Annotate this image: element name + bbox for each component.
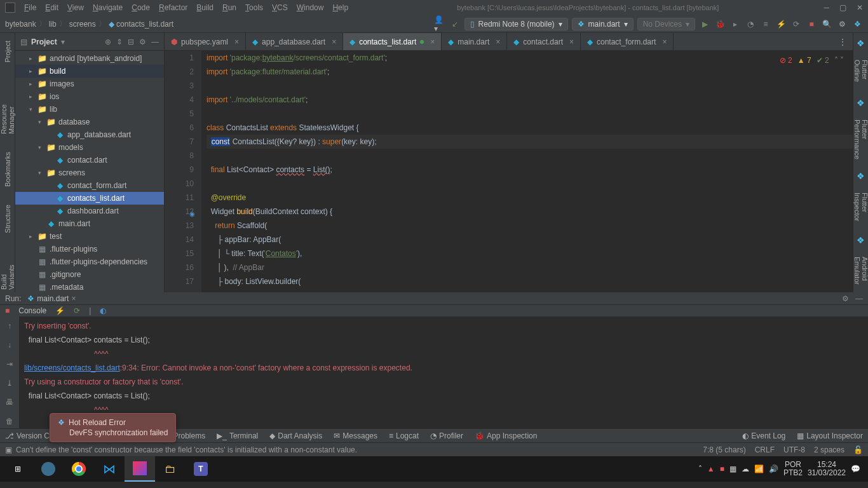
hot-reload-button[interactable]: ⚡ <box>775 18 787 30</box>
tree-item[interactable]: ▾📁database <box>15 116 164 128</box>
tray-icon[interactable]: ■ <box>720 464 724 473</box>
tree-item[interactable]: ▦.gitignore <box>15 268 164 281</box>
volume-icon[interactable]: 🔊 <box>769 464 778 473</box>
chrome-icon[interactable] <box>64 456 94 482</box>
left-tab-project[interactable]: Project <box>3 38 13 65</box>
select-opened-icon[interactable]: ⊕ <box>105 37 111 46</box>
right-tab-flutter-performance[interactable]: Flutter Performance <box>852 117 869 162</box>
hot-reload-button[interactable]: ⚡ <box>55 306 65 315</box>
tree-item[interactable]: ◆app_database.dart <box>15 128 164 141</box>
breadcrumb-item[interactable]: ◆ contacts_list.dart <box>109 20 173 29</box>
code-editor[interactable]: 123456789101112◉1314151617 import 'packa… <box>165 51 853 292</box>
gear-icon[interactable]: ⚙ <box>842 294 849 303</box>
flutter-icon[interactable]: ❖ <box>851 18 863 30</box>
project-tree[interactable]: ▸📁android [bytebank_android]▸📁build▸📁ima… <box>15 51 164 292</box>
left-tab-structure[interactable]: Structure <box>3 202 13 236</box>
tree-item[interactable]: ▸📁images <box>15 78 164 90</box>
tree-item[interactable]: ◆contact_form.dart <box>15 179 164 192</box>
left-tab-build-variants[interactable]: Build Variants <box>0 248 17 292</box>
minimize-button[interactable]: ─ <box>824 3 829 12</box>
encoding[interactable]: UTF-8 <box>783 445 805 454</box>
menu-run[interactable]: Run <box>219 2 240 13</box>
run-file[interactable]: ❖ main.dart × <box>27 294 76 303</box>
menu-build[interactable]: Build <box>193 2 217 13</box>
tree-item[interactable]: ▸📁build <box>15 65 164 78</box>
tree-item[interactable]: ◆main.dart <box>15 217 164 230</box>
hide-icon[interactable]: — <box>151 37 159 46</box>
trash-icon[interactable]: 🗑 <box>6 414 13 428</box>
menu-refactor[interactable]: Refactor <box>155 2 191 13</box>
hide-icon[interactable]: — <box>855 294 863 303</box>
vscode-icon[interactable]: ⋈ <box>94 456 125 482</box>
print-icon[interactable]: 🖶 <box>6 395 13 409</box>
profile-button[interactable]: ◔ <box>745 18 756 30</box>
editor-tab[interactable]: ⬢pubspec.yaml× <box>165 33 246 50</box>
clock[interactable]: 15:2431/03/2022 <box>808 461 846 477</box>
breadcrumb-item[interactable]: screens <box>69 20 96 29</box>
expand-all-icon[interactable]: ⇕ <box>116 37 123 46</box>
error-badge[interactable]: ⊘ 2 <box>780 53 792 67</box>
tree-item[interactable]: ▦.flutter-plugins <box>15 243 164 255</box>
right-tab-android-emulator[interactable]: Android Emulator <box>852 254 869 292</box>
console-output[interactable]: Try inserting 'const'. final List<Contac… <box>19 316 868 428</box>
editor-tab[interactable]: ◆contact.dart× <box>507 33 581 50</box>
down-icon[interactable]: ↓ <box>8 338 11 352</box>
close-button[interactable]: ✕ <box>857 3 863 12</box>
menu-window[interactable]: Window <box>293 2 328 13</box>
tree-item[interactable]: ▦.metadata <box>15 281 164 292</box>
right-tab-flutter-inspector[interactable]: Flutter Inspector <box>852 190 869 226</box>
menu-navigate[interactable]: Navigate <box>89 2 126 13</box>
tree-item[interactable]: ▸📁test <box>15 230 164 243</box>
tree-item[interactable]: ▦.flutter-plugins-dependencies <box>15 255 164 268</box>
devtools-button[interactable]: ◐ <box>100 306 106 315</box>
console-tab[interactable]: Console <box>18 306 46 315</box>
user-icon[interactable]: 👤▾ <box>434 18 445 30</box>
device-selector[interactable]: ▯ Redmi Note 8 (mobile) ▾ <box>465 18 568 30</box>
notifications-icon[interactable]: 💬 <box>851 464 860 473</box>
right-tab-flutter-outline[interactable]: Flutter Outline <box>852 57 869 89</box>
editor-tab[interactable]: ◆app_database.dart× <box>246 33 343 50</box>
search-icon[interactable]: 🔍 <box>821 18 832 30</box>
tree-item[interactable]: ◆dashboard.dart <box>15 205 164 217</box>
menu-file[interactable]: File <box>20 2 40 13</box>
hot-restart-button[interactable]: ⟳ <box>74 306 80 315</box>
hot-restart-button[interactable]: ⟳ <box>790 18 802 30</box>
menu-edit[interactable]: Edit <box>41 2 62 13</box>
status-icon[interactable]: ▣ <box>5 445 12 454</box>
maximize-button[interactable]: ▢ <box>839 3 846 12</box>
menu-view[interactable]: View <box>64 2 88 13</box>
tray-icon[interactable]: ▲ <box>707 464 715 473</box>
wifi-icon[interactable]: 📶 <box>754 464 764 473</box>
collapse-all-icon[interactable]: ⊟ <box>128 37 134 46</box>
chevron-down-icon[interactable]: ▾ <box>61 37 65 46</box>
line-separator[interactable]: CRLF <box>755 445 775 454</box>
no-devices-selector[interactable]: No Devices ▾ <box>637 18 695 30</box>
tool-dart-analysis[interactable]: ◆Dart Analysis <box>269 431 322 440</box>
language-indicator[interactable]: PORPTB2 <box>783 461 803 477</box>
gear-icon[interactable]: ⚙ <box>836 18 848 30</box>
indent[interactable]: 2 spaces <box>814 445 844 454</box>
close-icon[interactable]: × <box>71 294 76 303</box>
warning-badge[interactable]: ▲ 7 <box>797 53 811 67</box>
stop-button[interactable]: ■ <box>5 306 10 315</box>
tool-profiler[interactable]: ◔Profiler <box>430 431 463 440</box>
debug-button[interactable]: 🐞 <box>714 18 726 30</box>
run-button[interactable]: ▶ <box>699 18 710 30</box>
start-button[interactable]: ⊞ <box>3 456 33 482</box>
menu-code[interactable]: Code <box>128 2 154 13</box>
tree-item[interactable]: ▾📁screens <box>15 166 164 179</box>
tabs-more-icon[interactable]: ⋮ <box>832 33 853 50</box>
menu-vcs[interactable]: VCS <box>268 2 292 13</box>
lock-icon[interactable]: 🔓 <box>853 445 863 454</box>
inspection-badges[interactable]: ⊘ 2 ▲ 7 ✔ 2 ˄ ˅ <box>780 53 844 67</box>
tool-terminal[interactable]: ▶_Terminal <box>217 431 258 440</box>
taskbar-app[interactable] <box>33 456 64 482</box>
weak-warning-badge[interactable]: ✔ 2 <box>817 53 829 67</box>
rerun-icon[interactable]: ↑ <box>8 319 11 333</box>
expand-icon[interactable]: ˄ ˅ <box>834 53 844 67</box>
tree-item[interactable]: ▸📁ios <box>15 90 164 103</box>
tool-logcat[interactable]: ≡Logcat <box>389 431 419 440</box>
tree-item[interactable]: ◆contacts_list.dart <box>15 192 164 205</box>
onedrive-icon[interactable]: ☁ <box>742 464 749 473</box>
stop-button[interactable]: ■ <box>806 18 817 30</box>
